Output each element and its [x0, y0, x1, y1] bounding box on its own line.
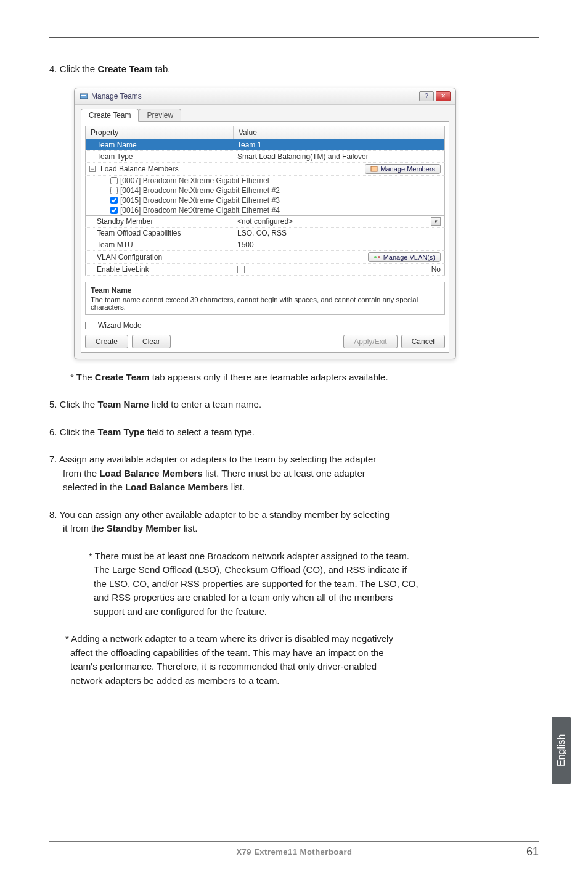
manage-members-button[interactable]: Manage Members [365, 164, 441, 174]
help-button[interactable]: ? [419, 91, 434, 101]
description-box: Team Name The team name cannot exceed 39… [85, 282, 445, 315]
team-type-value: Smart Load Balancing(TM) and Failover [234, 151, 444, 162]
svg-rect-0 [80, 94, 88, 99]
team-name-label: Team Name [86, 139, 234, 150]
clear-button[interactable]: Clear [132, 335, 171, 348]
svg-rect-2 [371, 166, 377, 171]
note-8b: * Adding a network adapter to a team whe… [49, 632, 539, 688]
page-number: 61 [526, 845, 539, 858]
cancel-button[interactable]: Cancel [401, 335, 445, 348]
tree-collapse-icon[interactable]: − [89, 166, 96, 172]
adapter-row[interactable]: [0016] Broadcom NetXtreme Gigabit Ethern… [85, 205, 445, 216]
property-panel: Property Value Team Name Team 1 Team Typ… [81, 121, 449, 353]
footer-title: X79 Extreme11 Motherboard [74, 847, 515, 856]
dialog-titlebar: Manage Teams ? ✕ [75, 88, 455, 105]
step-7: 7. Assign any available adapter or adapt… [49, 453, 539, 495]
note-8a: * There must be at least one Broadcom ne… [49, 549, 539, 619]
offload-value: LSO, CO, RSS [234, 228, 444, 239]
standby-value: <not configured> [237, 217, 293, 226]
wizard-checkbox[interactable] [85, 322, 92, 329]
apply-exit-button[interactable]: Apply/Exit [343, 335, 397, 348]
mtu-label: Team MTU [86, 239, 234, 250]
desc-title: Team Name [91, 286, 439, 295]
row-team-type[interactable]: Team Type Smart Load Balancing(TM) and F… [85, 151, 445, 163]
app-icon [80, 92, 88, 101]
standby-label: Standby Member [86, 216, 234, 227]
row-team-name[interactable]: Team Name Team 1 [85, 139, 445, 151]
row-offload[interactable]: Team Offload Capabilities LSO, CO, RSS [85, 228, 445, 239]
step-6: 6. Click the Team Type field to select a… [49, 425, 539, 440]
desc-text: The team name cannot exceed 39 character… [91, 296, 439, 311]
load-balance-label: Load Balance Members [100, 165, 179, 173]
svg-point-3 [374, 256, 377, 258]
team-type-label: Team Type [86, 151, 234, 162]
adapter-checkbox[interactable] [110, 207, 118, 214]
offload-label: Team Offload Capabilities [86, 228, 234, 239]
step4-bold: Create Team [97, 64, 152, 74]
wizard-label: Wizard Mode [98, 321, 142, 330]
team-name-value: Team 1 [234, 139, 444, 150]
livelink-value: No [431, 265, 441, 274]
row-load-balance[interactable]: − Load Balance Members Manage Members [85, 163, 445, 176]
vlan-icon [374, 253, 381, 261]
svg-rect-1 [81, 95, 86, 96]
step4-prefix: 4. Click the [49, 64, 97, 74]
manage-vlan-button[interactable]: Manage VLAN(s) [368, 252, 441, 262]
create-button[interactable]: Create [85, 335, 128, 348]
livelink-checkbox[interactable] [237, 266, 245, 273]
adapter-row[interactable]: [0014] Broadcom NetXtreme Gigabit Ethern… [85, 186, 445, 195]
adapter-checkbox[interactable] [110, 187, 118, 194]
row-standby[interactable]: Standby Member <not configured> ▾ [85, 216, 445, 228]
row-mtu[interactable]: Team MTU 1500 [85, 239, 445, 251]
row-livelink[interactable]: Enable LiveLink No [85, 264, 445, 276]
step-4: 4. Click the Create Team tab. [49, 62, 539, 76]
header-property: Property [86, 126, 234, 139]
adapter-row[interactable]: [0007] Broadcom NetXtreme Gigabit Ethern… [85, 176, 445, 186]
livelink-label: Enable LiveLink [86, 264, 234, 275]
close-button[interactable]: ✕ [436, 91, 451, 101]
mtu-value: 1500 [234, 239, 444, 250]
manage-teams-dialog: Manage Teams ? ✕ Create Team Preview Pro… [74, 88, 456, 359]
tab-create-team[interactable]: Create Team [81, 109, 139, 122]
dialog-title: Manage Teams [91, 92, 142, 101]
vlan-label: VLAN Configuration [86, 252, 234, 263]
adapter-checkbox[interactable] [110, 197, 118, 204]
row-vlan[interactable]: VLAN Configuration Manage VLAN(s) [85, 251, 445, 264]
adapter-row[interactable]: [0015] Broadcom NetXtreme Gigabit Ethern… [85, 195, 445, 205]
page-footer: X79 Extreme11 Motherboard —61 [49, 841, 539, 858]
svg-point-4 [378, 256, 380, 258]
step-5: 5. Click the Team Name field to enter a … [49, 398, 539, 412]
header-value: Value [234, 126, 444, 139]
members-icon [370, 165, 378, 173]
step4-suffix: tab. [152, 64, 170, 74]
note-create-team: * The Create Team tab appears only if th… [70, 371, 539, 385]
dropdown-arrow-icon[interactable]: ▾ [431, 217, 441, 226]
adapter-checkbox[interactable] [110, 177, 118, 184]
language-tab[interactable]: English [552, 717, 571, 784]
tab-preview[interactable]: Preview [139, 109, 181, 122]
step-8: 8. You can assign any other available ad… [49, 508, 539, 536]
